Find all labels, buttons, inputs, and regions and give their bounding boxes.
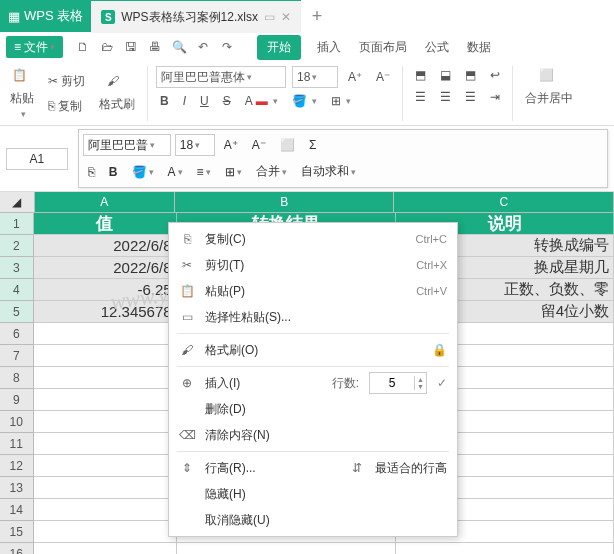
tab-start[interactable]: 开始 — [257, 35, 301, 60]
document-tab[interactable]: S WPS表格练习案例12.xlsx ▭ ✕ — [91, 0, 301, 33]
format-painter-button[interactable]: 🖌 格式刷 — [95, 72, 139, 115]
ctx-delete[interactable]: 删除(D) — [169, 396, 457, 422]
mini-size-combo[interactable]: 18▾ — [175, 134, 215, 156]
row-header[interactable]: 10 — [0, 411, 34, 433]
align-top-icon[interactable]: ⬒ — [411, 66, 430, 84]
file-menu[interactable]: ≡文件▾ — [6, 36, 63, 58]
col-header-a[interactable]: A — [35, 192, 175, 212]
ctx-format-painter[interactable]: 🖌格式刷(O)🔒 — [169, 337, 457, 363]
mini-inc-font-icon[interactable]: A⁺ — [219, 135, 243, 155]
save-icon[interactable]: 🖫 — [123, 39, 139, 55]
ctx-cut[interactable]: ✂剪切(T)Ctrl+X — [169, 252, 457, 278]
row-header[interactable]: 15 — [0, 521, 34, 543]
ctx-paste[interactable]: 📋粘贴(P)Ctrl+V — [169, 278, 457, 304]
fill-color-button[interactable]: 🪣▾ — [288, 92, 321, 110]
open-icon[interactable]: 🗁 — [99, 39, 115, 55]
ctx-clear[interactable]: ⌫清除内容(N) — [169, 422, 457, 448]
mini-align-button[interactable]: ≡▾ — [192, 162, 216, 182]
data-cell[interactable]: 2022/6/8 — [34, 235, 177, 257]
mini-sum-icon[interactable]: Σ — [304, 135, 321, 155]
mini-border-button[interactable]: ⊞▾ — [220, 162, 247, 182]
mini-format-icon[interactable]: ⎘ — [83, 162, 100, 182]
font-color-button[interactable]: A▬▾ — [241, 92, 282, 110]
mini-fontcolor-button[interactable]: A▾ — [163, 162, 188, 182]
tab-formula[interactable]: 公式 — [423, 35, 451, 60]
paste-button[interactable]: 📋 粘贴▾ — [6, 66, 38, 121]
tab-layout[interactable]: 页面布局 — [357, 35, 409, 60]
font-family-combo[interactable]: 阿里巴巴普惠体▾ — [156, 66, 286, 88]
print-icon[interactable]: 🖶 — [147, 39, 163, 55]
bold-button[interactable]: B — [156, 92, 173, 110]
strike-button[interactable]: S — [219, 92, 235, 110]
mini-dec-font-icon[interactable]: A⁻ — [247, 135, 271, 155]
wrap-text-icon[interactable]: ↩ — [486, 66, 504, 84]
decrease-font-icon[interactable]: A⁻ — [372, 68, 394, 86]
ctx-hide[interactable]: 隐藏(H) — [169, 481, 457, 507]
underline-button[interactable]: U — [196, 92, 213, 110]
row-header[interactable]: 1 — [0, 213, 34, 235]
copy-button[interactable]: ⎘复制 — [44, 96, 89, 117]
tab-overflow-icon[interactable]: ▭ — [264, 10, 275, 24]
mini-merge-icon[interactable]: ⬜ — [275, 135, 300, 155]
empty-cell[interactable] — [34, 323, 177, 345]
row-header[interactable]: 6 — [0, 323, 34, 345]
empty-cell[interactable] — [34, 433, 177, 455]
align-left-icon[interactable]: ☰ — [411, 88, 430, 106]
empty-cell[interactable] — [34, 345, 177, 367]
cut-button[interactable]: ✂剪切 — [44, 71, 89, 92]
empty-cell[interactable] — [34, 477, 177, 499]
indent-icon[interactable]: ⇥ — [486, 88, 504, 106]
redo-icon[interactable]: ↷ — [219, 39, 235, 55]
ctx-paste-special[interactable]: ▭选择性粘贴(S)... — [169, 304, 457, 330]
mini-font-combo[interactable]: 阿里巴巴普▾ — [83, 134, 171, 156]
empty-cell[interactable] — [34, 389, 177, 411]
new-icon[interactable]: 🗋 — [75, 39, 91, 55]
row-header[interactable]: 2 — [0, 235, 34, 257]
close-tab-icon[interactable]: ✕ — [281, 10, 291, 24]
merge-center-button[interactable]: ⬜ 合并居中 — [521, 66, 577, 109]
ctx-row-height[interactable]: ⇕行高(R)...⇵最适合的行高 — [169, 455, 457, 481]
row-header[interactable]: 12 — [0, 455, 34, 477]
empty-cell[interactable] — [34, 455, 177, 477]
empty-cell[interactable] — [396, 543, 614, 554]
row-header[interactable]: 9 — [0, 389, 34, 411]
row-header[interactable]: 3 — [0, 257, 34, 279]
data-cell[interactable]: 12.345678 — [34, 301, 177, 323]
header-cell[interactable]: 值 — [34, 213, 177, 235]
mini-bold-button[interactable]: B — [104, 162, 123, 182]
empty-cell[interactable] — [34, 411, 177, 433]
increase-font-icon[interactable]: A⁺ — [344, 68, 366, 86]
data-cell[interactable]: -6.25 — [34, 279, 177, 301]
empty-cell[interactable] — [177, 543, 397, 554]
name-box[interactable]: A1 — [6, 148, 68, 170]
select-all-corner[interactable]: ◢ — [0, 192, 35, 212]
row-header[interactable]: 14 — [0, 499, 34, 521]
row-header[interactable]: 16 — [0, 543, 34, 554]
row-header[interactable]: 13 — [0, 477, 34, 499]
row-header[interactable]: 5 — [0, 301, 34, 323]
empty-cell[interactable] — [34, 499, 177, 521]
preview-icon[interactable]: 🔍 — [171, 39, 187, 55]
mini-fill-button[interactable]: 🪣▾ — [127, 162, 159, 182]
insert-rows-spinner[interactable]: ▲▼ — [369, 372, 427, 394]
row-header[interactable]: 7 — [0, 345, 34, 367]
align-center-icon[interactable]: ☰ — [436, 88, 455, 106]
align-bottom-icon[interactable]: ⬒ — [461, 66, 480, 84]
tab-insert[interactable]: 插入 — [315, 35, 343, 60]
mini-autosum-button[interactable]: 自动求和▾ — [296, 160, 361, 183]
new-tab-button[interactable]: + — [301, 6, 333, 27]
row-header[interactable]: 8 — [0, 367, 34, 389]
empty-cell[interactable] — [34, 543, 177, 554]
empty-cell[interactable] — [34, 367, 177, 389]
row-header[interactable]: 4 — [0, 279, 34, 301]
col-header-c[interactable]: C — [394, 192, 614, 212]
empty-cell[interactable] — [34, 521, 177, 543]
col-header-b[interactable]: B — [175, 192, 395, 212]
ctx-unhide[interactable]: 取消隐藏(U) — [169, 507, 457, 533]
align-middle-icon[interactable]: ⬓ — [436, 66, 455, 84]
data-cell[interactable]: 2022/6/8 — [34, 257, 177, 279]
font-size-combo[interactable]: 18▾ — [292, 66, 338, 88]
undo-icon[interactable]: ↶ — [195, 39, 211, 55]
border-button[interactable]: ⊞▾ — [327, 92, 355, 110]
ctx-insert[interactable]: ⊕插入(I)行数:▲▼✓ — [169, 370, 457, 396]
